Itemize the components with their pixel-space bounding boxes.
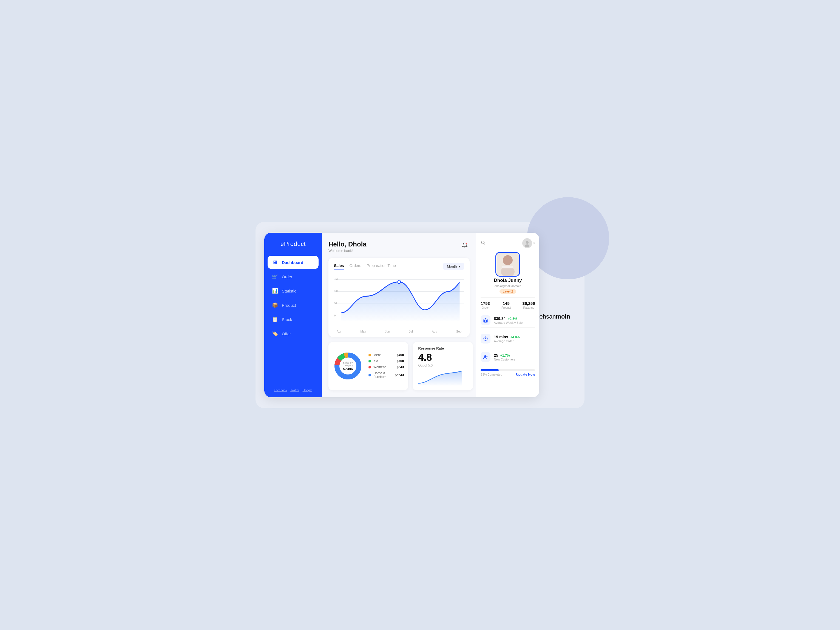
- avatar-button[interactable]: ▾: [522, 238, 535, 248]
- facebook-link[interactable]: Facebook: [274, 388, 287, 392]
- response-rate-score: 4.8: [418, 352, 467, 363]
- order-icon: 🛒: [272, 273, 278, 279]
- sidebar-item-offer[interactable]: 🏷️ Offer: [268, 327, 319, 340]
- sidebar-item-product[interactable]: 📦 Product: [268, 298, 319, 312]
- chart-x-labels: Apr May Jun Jul Aug Sep: [334, 330, 464, 333]
- x-label-aug: Aug: [432, 330, 437, 333]
- sidebar-item-order-label: Order: [282, 275, 292, 279]
- x-label-may: May: [360, 330, 366, 333]
- update-now-button[interactable]: Update Now: [516, 373, 535, 376]
- stat-order-label: Order: [481, 306, 489, 309]
- svg-text:50: 50: [335, 302, 337, 305]
- x-label-sep: Sep: [456, 330, 462, 333]
- svg-text:100: 100: [335, 290, 338, 293]
- progress-bar-fill: [481, 369, 498, 371]
- metric-avg-order: 19 mins +4.8% Average Order: [481, 332, 535, 346]
- stat-order-num: 1753: [481, 301, 489, 306]
- metric-weekly-sub: Average Weekly Sale: [494, 321, 535, 324]
- svg-point-19: [503, 255, 513, 265]
- legend-label-kid: Kid: [373, 359, 378, 363]
- progress-bar-bg: [481, 369, 535, 371]
- statistic-icon: 📊: [272, 288, 278, 294]
- sidebar-item-dashboard[interactable]: ⊞ Dashboard: [268, 256, 319, 269]
- right-panel: ▾ Dhola Junny dhola@mail.domain Lavel 2: [476, 233, 539, 397]
- dashboard-icon: ⊞: [272, 259, 278, 265]
- notification-bell-button[interactable]: [460, 240, 470, 250]
- progress-section: 33% Completed Update Now: [481, 369, 535, 376]
- twitter-link[interactable]: Twitter: [291, 388, 299, 392]
- metric-order-change: +4.8%: [510, 335, 520, 339]
- search-button[interactable]: [481, 240, 486, 246]
- profile-email: dhola@mail.domain: [494, 284, 521, 287]
- x-label-jul: Jul: [409, 330, 413, 333]
- sidebar-item-statistic-label: Statistic: [282, 289, 296, 293]
- donut-legend: Mens $400 Kid $700: [368, 353, 404, 379]
- sidebar-item-order[interactable]: 🛒 Order: [268, 270, 319, 283]
- add-user-icon: [481, 352, 491, 362]
- metric-order-main: 19 mins +4.8%: [494, 335, 535, 339]
- metric-weekly-main: $39.84 +2.5%: [494, 316, 535, 321]
- sidebar-logo: eProduct: [264, 240, 322, 248]
- sidebar-item-statistic[interactable]: 📊 Statistic: [268, 284, 319, 297]
- tab-preparation[interactable]: Preparation Time: [366, 264, 396, 270]
- svg-rect-21: [502, 266, 513, 268]
- profile-section: Dhola Junny dhola@mail.domain Lavel 2: [481, 252, 535, 294]
- greeting: Hello, Dhola Welcome back!: [328, 240, 366, 253]
- sidebar-footer: Facebook Twitter Google: [264, 388, 322, 392]
- donut-label: Sales By Category $7386: [341, 362, 355, 371]
- chart-area: 150 100 50 0: [334, 273, 464, 328]
- svg-rect-23: [484, 320, 485, 322]
- legend-label-womens: Womens: [373, 365, 386, 369]
- legend-val-mens: $400: [397, 353, 404, 357]
- stat-revenue: $6,256 Ravanue: [523, 301, 535, 309]
- legend-val-home: $5643: [395, 373, 404, 377]
- sales-chart: 150 100 50 0: [334, 273, 464, 328]
- svg-text:150: 150: [335, 278, 338, 281]
- metric-weekly-change: +2.5%: [508, 317, 517, 321]
- metric-customers-info: 25 +1.7% New Customers: [494, 353, 535, 361]
- tab-sales[interactable]: Sales: [334, 264, 344, 270]
- google-link[interactable]: Google: [303, 388, 312, 392]
- profile-name: Dhola Junny: [494, 278, 522, 283]
- response-card: Response Rate 4.8 Out of 5.0: [413, 342, 473, 390]
- donut-total: $7386: [341, 367, 355, 371]
- svg-rect-25: [486, 320, 488, 322]
- legend-item-home: Home & Furniture $5643: [368, 371, 404, 379]
- legend-label-home: Home & Furniture: [373, 371, 387, 379]
- donut-title: Sales By Category: [341, 362, 355, 367]
- stat-order: 1753 Order: [481, 301, 489, 309]
- stat-product-num: 145: [501, 301, 511, 306]
- legend-dot-kid: [368, 360, 371, 362]
- avatar: [522, 238, 532, 248]
- metric-order-sub: Average Order: [494, 339, 535, 343]
- donut-card: Sales By Category $7386 Mens $400: [328, 342, 408, 390]
- svg-rect-24: [485, 320, 486, 322]
- outer-wrapper: eProduct ⊞ Dashboard 🛒 Order 📊 Statistic…: [256, 222, 584, 408]
- svg-text:0: 0: [335, 314, 336, 317]
- stat-product: 145 Product: [501, 301, 511, 309]
- period-selector[interactable]: Month ▾: [443, 263, 464, 270]
- period-label: Month: [447, 264, 457, 268]
- stock-icon: 📋: [272, 316, 278, 322]
- tab-orders[interactable]: Orders: [349, 264, 362, 270]
- x-label-apr: Apr: [337, 330, 341, 333]
- profile-stats-row: 1753 Order 145 Product $6,256 Ravanue: [481, 297, 535, 309]
- metric-customers-main: 25 +1.7%: [494, 353, 535, 357]
- metric-weekly-info: $39.84 +2.5% Average Weekly Sale: [494, 316, 535, 324]
- sidebar-item-stock[interactable]: 📋 Stock: [268, 313, 319, 326]
- legend-val-kid: $700: [397, 359, 404, 363]
- svg-point-27: [484, 355, 486, 357]
- offer-icon: 🏷️: [272, 331, 278, 337]
- metric-order-info: 19 mins +4.8% Average Order: [494, 335, 535, 343]
- sidebar-item-product-label: Product: [282, 303, 296, 308]
- metric-customers-change: +1.7%: [501, 354, 510, 357]
- donut-chart: Sales By Category $7386: [333, 351, 363, 381]
- product-icon: 📦: [272, 302, 278, 308]
- x-label-jun: Jun: [385, 330, 390, 333]
- chevron-down-icon: ▾: [458, 264, 460, 268]
- bank-icon: [481, 315, 491, 325]
- legend-val-womens: $643: [397, 365, 404, 369]
- metric-customers: 25 +1.7% New Customers: [481, 350, 535, 364]
- brand-bold: moin: [556, 313, 570, 320]
- chart-card: Sales Orders Preparation Time Month ▾: [328, 258, 470, 337]
